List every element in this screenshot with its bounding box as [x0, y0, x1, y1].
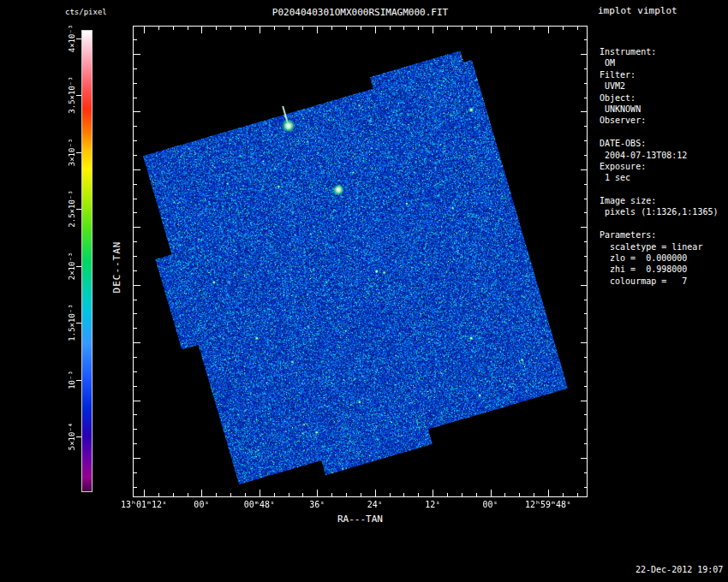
y-axis-minor-tick: [134, 386, 137, 387]
colorbar: [81, 30, 92, 492]
y-axis-minor-tick: [134, 83, 137, 84]
y-axis-minor-tick: [134, 487, 137, 488]
y-axis-minor-tick: [584, 300, 588, 300]
x-axis-tick-mark: [491, 490, 492, 496]
y-axis-minor-tick: [584, 83, 588, 84]
y-axis-minor-tick: [134, 371, 137, 372]
y-axis-minor-tick: [134, 357, 137, 358]
colorbar-units-label: cts/pixel: [65, 8, 107, 16]
x-axis-minor-tick: [216, 27, 217, 30]
colorbar-tick-mark: [76, 380, 81, 381]
x-axis-minor-tick: [418, 493, 419, 496]
y-axis-minor-tick: [584, 68, 588, 69]
info-line: Parameters:: [600, 229, 718, 241]
x-axis-minor-tick: [331, 493, 332, 496]
info-line: [600, 184, 718, 195]
x-axis-minor-tick: [245, 27, 246, 30]
y-axis-tick-mark: [134, 285, 140, 286]
x-axis-minor-tick: [390, 493, 391, 496]
info-line: [600, 218, 718, 229]
info-line: Exposure:: [600, 161, 718, 172]
y-axis-minor-tick: [584, 313, 588, 314]
y-axis-tick-mark: [134, 458, 140, 459]
colorbar-tick-label: 4×10⁻³: [68, 25, 76, 53]
y-axis-minor-tick: [584, 371, 588, 372]
x-axis-tick-mark: [433, 27, 433, 33]
x-axis-minor-tick: [216, 493, 217, 496]
colorbar-tick-label: 3.5×10⁻³: [68, 77, 76, 114]
x-axis-minor-tick: [534, 493, 534, 496]
info-line: OM: [600, 57, 718, 68]
y-axis-label: DEC--TAN: [111, 241, 122, 294]
colorbar-tick-label: 10⁻³: [68, 371, 76, 389]
app-title: implot vimplot: [598, 5, 677, 16]
x-axis-minor-tick: [274, 27, 275, 30]
y-axis-minor-tick: [134, 472, 137, 473]
colorbar-tick-mark: [76, 209, 81, 210]
y-axis-minor-tick: [134, 241, 137, 242]
info-line: Filter:: [600, 69, 718, 80]
x-axis-tick-mark: [144, 27, 145, 33]
info-line: scaletype = linear: [600, 241, 718, 252]
x-axis-minor-tick: [519, 27, 520, 30]
x-axis-tick-label: 36ˢ: [309, 500, 325, 509]
x-axis-minor-tick: [158, 493, 159, 496]
y-axis-tick-mark: [134, 227, 140, 228]
info-line: colourmap = 7: [600, 276, 718, 287]
y-axis-minor-tick: [134, 414, 137, 415]
y-axis-minor-tick: [134, 199, 137, 199]
colorbar-tick-label: 2×10⁻³: [68, 252, 76, 280]
info-line: DATE-OBS:: [600, 138, 718, 149]
y-axis-tick-mark: [134, 111, 140, 112]
colorbar-tick-label: 3×10⁻³: [68, 139, 76, 167]
x-axis-tick-mark: [491, 27, 492, 33]
info-line: Object:: [600, 92, 718, 104]
y-axis-minor-tick: [134, 98, 137, 98]
y-axis-minor-tick: [584, 140, 588, 141]
x-axis-minor-tick: [230, 493, 231, 496]
x-axis-tick-mark: [375, 27, 376, 33]
colorbar-tick-mark: [76, 323, 81, 324]
x-axis-minor-tick: [173, 27, 174, 30]
x-axis-minor-tick: [504, 493, 505, 496]
y-axis-minor-tick: [584, 126, 588, 127]
y-axis-minor-tick: [134, 256, 137, 257]
y-axis-minor-tick: [134, 155, 137, 156]
colorbar-tick-mark: [76, 152, 81, 153]
y-axis-minor-tick: [584, 443, 588, 444]
x-axis-minor-tick: [462, 27, 462, 30]
x-axis-minor-tick: [346, 27, 347, 30]
info-line: Observer:: [600, 115, 718, 126]
colorbar-tick-label: 1.5×10⁻³: [68, 305, 76, 341]
y-axis-minor-tick: [584, 270, 588, 271]
x-axis-minor-tick: [274, 493, 275, 496]
x-axis-tick-mark: [260, 490, 260, 496]
x-axis-minor-tick: [173, 493, 174, 496]
y-axis-minor-tick: [584, 39, 588, 40]
y-axis-minor-tick: [134, 126, 137, 127]
y-axis-minor-tick: [134, 39, 137, 40]
x-axis-minor-tick: [302, 27, 303, 30]
info-line: zhi = 0.998000: [600, 264, 718, 275]
x-axis-minor-tick: [346, 493, 347, 496]
plot-title: P0204040301OMX000RSIMAGM000.FIT: [133, 7, 588, 18]
y-axis-minor-tick: [584, 241, 588, 242]
x-axis-minor-tick: [331, 27, 332, 30]
colorbar-tick-mark: [76, 95, 81, 96]
x-axis-minor-tick: [563, 27, 564, 30]
y-axis-tick-mark: [581, 401, 588, 401]
y-axis-minor-tick: [584, 414, 588, 415]
y-axis-tick-mark: [581, 458, 588, 459]
y-axis-tick-mark: [134, 401, 140, 401]
x-axis-minor-tick: [245, 493, 246, 496]
x-axis-tick-mark: [144, 490, 145, 496]
y-axis-tick-mark: [134, 54, 140, 55]
y-axis-minor-tick: [584, 199, 588, 199]
y-axis-minor-tick: [134, 429, 137, 430]
x-axis-minor-tick: [390, 27, 391, 30]
x-axis-tick-mark: [201, 490, 202, 496]
x-axis-minor-tick: [534, 27, 534, 30]
info-panel: Instrument: OMFilter: UVM2Object: UNKNOW…: [600, 46, 718, 287]
colorbar-tick-mark: [76, 266, 81, 267]
y-axis-tick-mark: [581, 227, 588, 228]
